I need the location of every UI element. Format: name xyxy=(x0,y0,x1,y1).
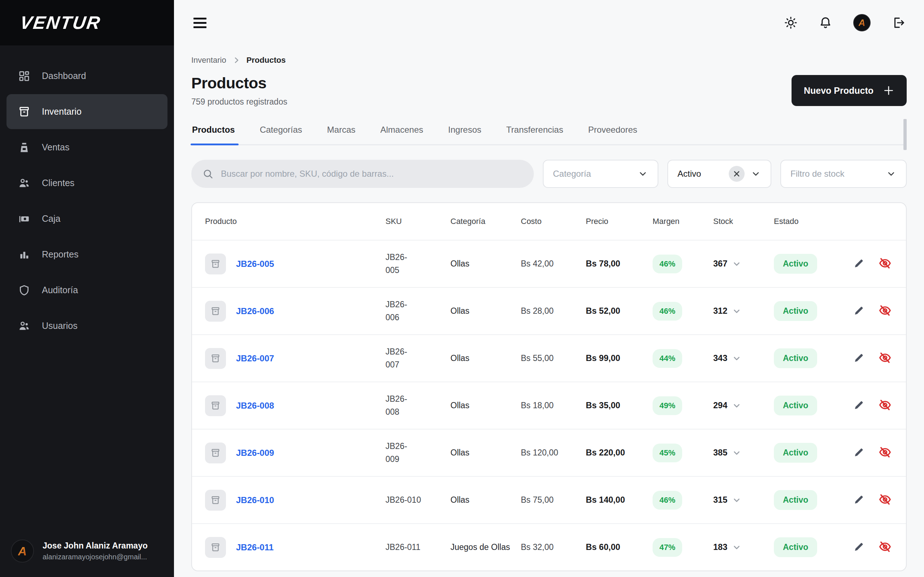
deactivate-button[interactable] xyxy=(879,304,892,318)
margin-cell: 46% xyxy=(653,255,682,273)
deactivate-button[interactable] xyxy=(879,446,892,460)
product-box-icon xyxy=(210,495,221,505)
product-name-link[interactable]: JB26-009 xyxy=(236,448,274,458)
deactivate-button[interactable] xyxy=(879,257,892,271)
notifications-bell-icon[interactable] xyxy=(819,16,832,29)
tab-marcas[interactable]: Marcas xyxy=(326,123,356,144)
table-row: JB26-010 JB26-010 Ollas Bs 75,00 Bs 140,… xyxy=(192,476,906,523)
stock-value: 183 xyxy=(713,542,727,552)
deactivate-button[interactable] xyxy=(879,540,892,554)
sidebar-item-inventario[interactable]: Inventario xyxy=(6,94,168,129)
edit-button[interactable] xyxy=(853,494,865,507)
shield-icon xyxy=(18,284,30,297)
brand-logo: VENTUR xyxy=(19,12,102,33)
margin-cell: 46% xyxy=(653,302,682,321)
people-icon xyxy=(18,177,30,189)
tab-proveedores[interactable]: Proveedores xyxy=(587,123,638,144)
stock-expand-chevron-icon[interactable] xyxy=(732,401,742,411)
edit-button[interactable] xyxy=(853,541,865,554)
stock-expand-chevron-icon[interactable] xyxy=(732,448,742,458)
category-cell: Ollas xyxy=(451,400,521,411)
edit-button[interactable] xyxy=(853,305,865,318)
sidebar-item-caja[interactable]: Caja xyxy=(6,201,168,236)
deactivate-button[interactable] xyxy=(879,351,892,366)
product-name-link[interactable]: JB26-010 xyxy=(236,495,274,505)
sku-cell: JB26- 009 xyxy=(386,440,451,466)
margin-cell: 47% xyxy=(653,538,682,557)
edit-button[interactable] xyxy=(853,258,865,271)
stock-expand-chevron-icon[interactable] xyxy=(732,306,742,316)
product-name-link[interactable]: JB26-007 xyxy=(236,353,274,364)
product-name-link[interactable]: JB26-008 xyxy=(236,401,274,411)
status-cell: Activo xyxy=(774,537,843,557)
eye-off-icon xyxy=(879,446,892,459)
sidebar-item-label: Clientes xyxy=(42,178,74,188)
sidebar-item-dashboard[interactable]: Dashboard xyxy=(6,58,168,93)
sidebar-item-reportes[interactable]: Reportes xyxy=(6,237,168,272)
stock-filter-dropdown[interactable]: Filtro de stock xyxy=(780,160,907,188)
tab-categorias[interactable]: Categorías xyxy=(259,123,303,144)
new-product-button[interactable]: Nuevo Producto xyxy=(792,75,907,106)
table-body: JB26-005 JB26- 005 Ollas Bs 42,00 Bs 78,… xyxy=(192,240,906,571)
theme-sun-icon[interactable] xyxy=(784,16,798,29)
breadcrumb-parent[interactable]: Inventario xyxy=(191,56,226,65)
sidebar-item-label: Reportes xyxy=(42,249,78,259)
user-email: alanizaramayojosejohn@gmail... xyxy=(43,553,148,561)
search-input[interactable] xyxy=(221,169,523,179)
edit-button[interactable] xyxy=(853,399,865,412)
sidebar-item-auditoria[interactable]: Auditoría xyxy=(6,272,168,308)
sidebar-item-label: Caja xyxy=(42,213,60,224)
chevron-down-icon xyxy=(886,168,897,179)
tab-transferencias[interactable]: Transferencias xyxy=(506,123,564,144)
margin-cell: 49% xyxy=(653,396,682,415)
product-name-link[interactable]: JB26-005 xyxy=(236,259,274,269)
margin-cell: 44% xyxy=(653,349,682,368)
edit-button[interactable] xyxy=(853,446,865,459)
product-box-icon xyxy=(210,448,221,458)
topbar: A xyxy=(174,0,924,45)
product-box-icon xyxy=(210,259,221,269)
search-icon xyxy=(202,168,214,180)
sidebar-item-ventas[interactable]: Ventas xyxy=(6,130,168,165)
stock-expand-chevron-icon[interactable] xyxy=(732,495,742,505)
inventory-box-icon xyxy=(18,106,30,118)
tab-almacenes[interactable]: Almacenes xyxy=(380,123,424,144)
margin-badge: 47% xyxy=(653,538,682,557)
tab-ingresos[interactable]: Ingresos xyxy=(447,123,482,144)
chevron-down-icon xyxy=(750,168,761,179)
deactivate-button[interactable] xyxy=(879,398,892,413)
actions-cell xyxy=(843,304,893,318)
margin-cell: 45% xyxy=(653,443,682,462)
stock-expand-chevron-icon[interactable] xyxy=(732,353,742,364)
sidebar-item-usuarios[interactable]: Usuarios xyxy=(6,308,168,343)
close-icon xyxy=(732,169,741,178)
clear-status-filter-button[interactable] xyxy=(729,166,745,182)
price-cell: Bs 35,00 xyxy=(586,401,653,410)
page-subtitle: 759 productos registrados xyxy=(191,97,287,107)
status-filter-dropdown[interactable]: Activo xyxy=(667,160,771,188)
price-cell: Bs 52,00 xyxy=(586,306,653,316)
tabs-scrollbar-thumb[interactable] xyxy=(903,119,907,150)
logout-icon[interactable] xyxy=(892,16,905,29)
deactivate-button[interactable] xyxy=(879,493,892,508)
product-name-link[interactable]: JB26-006 xyxy=(236,306,274,316)
topbar-avatar[interactable]: A xyxy=(853,14,871,31)
status-cell: Activo xyxy=(774,396,843,416)
sidebar-user[interactable]: A Jose John Alaniz Aramayo alanizaramayo… xyxy=(0,529,174,577)
tab-productos[interactable]: Productos xyxy=(191,123,236,144)
menu-toggle-button[interactable] xyxy=(194,18,207,28)
sku-cell: JB26- 007 xyxy=(386,345,451,371)
status-badge: Activo xyxy=(774,396,817,416)
col-precio: Precio xyxy=(586,217,653,226)
product-box-icon xyxy=(210,542,221,553)
product-name-link[interactable]: JB26-011 xyxy=(236,542,274,553)
sidebar-item-clientes[interactable]: Clientes xyxy=(6,166,168,200)
category-filter-dropdown[interactable]: Categoría xyxy=(543,160,658,188)
stock-cell: 294 xyxy=(713,401,774,411)
stock-expand-chevron-icon[interactable] xyxy=(732,542,742,553)
edit-button[interactable] xyxy=(853,352,865,365)
stock-expand-chevron-icon[interactable] xyxy=(732,259,742,269)
status-cell: Activo xyxy=(774,443,843,463)
category-filter-label: Categoría xyxy=(553,169,591,179)
actions-cell xyxy=(843,257,893,271)
